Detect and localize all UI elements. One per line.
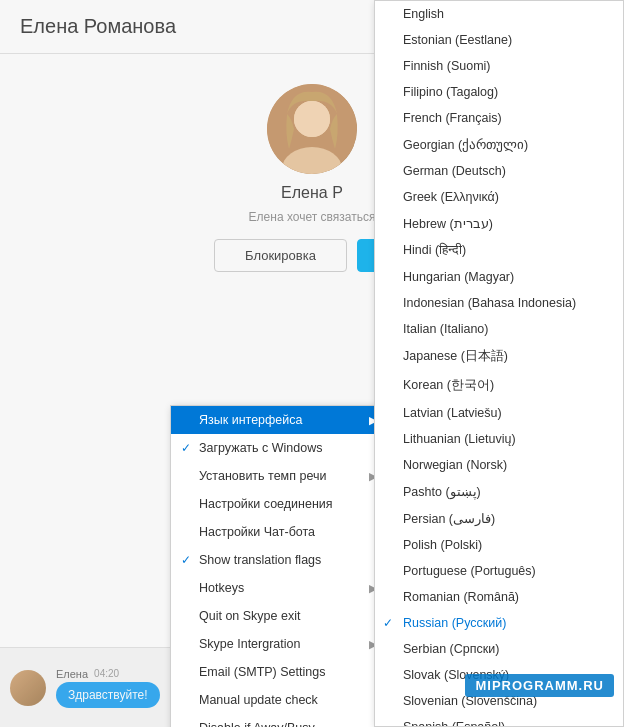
menu-item-speech-rate[interactable]: Установить темп речи▶ bbox=[171, 462, 389, 490]
language-dropdown[interactable]: EnglishEstonian (Eestlane)Finnish (Suomi… bbox=[374, 0, 624, 727]
lang-item-label: Russian (Русский) bbox=[403, 616, 506, 630]
lang-item-english[interactable]: English bbox=[375, 1, 623, 27]
lang-item-italian[interactable]: Italian (Italiano) bbox=[375, 316, 623, 342]
menu-item-disable-away[interactable]: Disable if Away/Busy bbox=[171, 714, 389, 727]
lang-item-lithuanian[interactable]: Lithuanian (Lietuvių) bbox=[375, 426, 623, 452]
lang-item-korean[interactable]: Korean (한국어) bbox=[375, 371, 623, 400]
lang-item-russian[interactable]: ✓Russian (Русский) bbox=[375, 610, 623, 636]
lang-item-label: Pashto (پښتو) bbox=[403, 484, 481, 499]
context-menu: Язык интерфейса▶✓Загружать с WindowsУста… bbox=[170, 405, 390, 727]
menu-item-hotkeys[interactable]: Hotkeys▶ bbox=[171, 574, 389, 602]
lang-item-label: Serbian (Српски) bbox=[403, 642, 499, 656]
menu-item-label: Язык интерфейса bbox=[199, 413, 302, 427]
lang-item-label: Hebrew (עברית) bbox=[403, 216, 493, 231]
menu-item-label: Show translation flags bbox=[199, 553, 321, 567]
menu-item-quit-on-skype[interactable]: Quit on Skype exit bbox=[171, 602, 389, 630]
lang-item-label: Georgian (ქართული) bbox=[403, 137, 528, 152]
menu-item-label: Disable if Away/Busy bbox=[199, 721, 315, 727]
menu-item-label: Настройки Чат-бота bbox=[199, 525, 315, 539]
lang-item-spanish[interactable]: Spanish (Español) bbox=[375, 714, 623, 727]
lang-item-label: Hungarian (Magyar) bbox=[403, 270, 514, 284]
lang-item-label: Japanese (日本語) bbox=[403, 348, 508, 365]
lang-item-label: Persian (فارسی) bbox=[403, 511, 495, 526]
menu-item-manual-update[interactable]: Manual update check bbox=[171, 686, 389, 714]
lang-item-label: Greek (Ελληνικά) bbox=[403, 190, 499, 204]
lang-item-hebrew[interactable]: Hebrew (עברית) bbox=[375, 210, 623, 237]
menu-item-label: Email (SMTP) Settings bbox=[199, 665, 325, 679]
lang-item-label: Norwegian (Norsk) bbox=[403, 458, 507, 472]
lang-item-greek[interactable]: Greek (Ελληνικά) bbox=[375, 184, 623, 210]
lang-item-label: Polish (Polski) bbox=[403, 538, 482, 552]
lang-check-icon: ✓ bbox=[383, 616, 393, 630]
menu-item-label: Загружать с Windows bbox=[199, 441, 322, 455]
lang-item-latvian[interactable]: Latvian (Latviešu) bbox=[375, 400, 623, 426]
lang-item-label: Finnish (Suomi) bbox=[403, 59, 491, 73]
lang-item-label: Hindi (हिन्दी) bbox=[403, 243, 466, 258]
lang-item-hindi[interactable]: Hindi (हिन्दी) bbox=[375, 237, 623, 264]
lang-item-polish[interactable]: Polish (Polski) bbox=[375, 532, 623, 558]
menu-item-start-with-windows[interactable]: ✓Загружать с Windows bbox=[171, 434, 389, 462]
lang-item-label: Latvian (Latviešu) bbox=[403, 406, 502, 420]
lang-item-persian[interactable]: Persian (فارسی) bbox=[375, 505, 623, 532]
lang-item-indonesian[interactable]: Indonesian (Bahasa Indonesia) bbox=[375, 290, 623, 316]
lang-item-label: Korean (한국어) bbox=[403, 377, 494, 394]
lang-item-label: Romanian (Română) bbox=[403, 590, 519, 604]
lang-item-romanian[interactable]: Romanian (Română) bbox=[375, 584, 623, 610]
lang-item-portuguese[interactable]: Portuguese (Português) bbox=[375, 558, 623, 584]
lang-item-norwegian[interactable]: Norwegian (Norsk) bbox=[375, 452, 623, 478]
lang-item-label: Filipino (Tagalog) bbox=[403, 85, 498, 99]
menu-item-show-translation-flags[interactable]: ✓Show translation flags bbox=[171, 546, 389, 574]
menu-item-label: Настройки соединения bbox=[199, 497, 333, 511]
menu-item-language-interface[interactable]: Язык интерфейса▶ bbox=[171, 406, 389, 434]
lang-item-estonian[interactable]: Estonian (Eestlane) bbox=[375, 27, 623, 53]
menu-item-connection-settings[interactable]: Настройки соединения bbox=[171, 490, 389, 518]
menu-item-label: Manual update check bbox=[199, 693, 318, 707]
lang-item-label: Spanish (Español) bbox=[403, 720, 505, 727]
menu-item-label: Quit on Skype exit bbox=[199, 609, 300, 623]
menu-item-chatbot-settings[interactable]: Настройки Чат-бота bbox=[171, 518, 389, 546]
lang-item-finnish[interactable]: Finnish (Suomi) bbox=[375, 53, 623, 79]
lang-item-georgian[interactable]: Georgian (ქართული) bbox=[375, 131, 623, 158]
lang-item-label: English bbox=[403, 7, 444, 21]
menu-item-email-settings[interactable]: Email (SMTP) Settings bbox=[171, 658, 389, 686]
lang-item-label: Italian (Italiano) bbox=[403, 322, 488, 336]
lang-item-filipino[interactable]: Filipino (Tagalog) bbox=[375, 79, 623, 105]
lang-item-serbian[interactable]: Serbian (Српски) bbox=[375, 636, 623, 662]
lang-item-label: Lithuanian (Lietuvių) bbox=[403, 432, 516, 446]
lang-item-pashto[interactable]: Pashto (پښتو) bbox=[375, 478, 623, 505]
watermark: MIPROGRAMM.RU bbox=[465, 674, 614, 697]
menu-item-label: Skype Intergration bbox=[199, 637, 300, 651]
menu-item-label: Hotkeys bbox=[199, 581, 244, 595]
menu-item-label: Установить темп речи bbox=[199, 469, 326, 483]
app-window: Елена Романова 👤+ Елена Р Елена хочет св… bbox=[0, 0, 624, 727]
lang-item-label: Estonian (Eestlane) bbox=[403, 33, 512, 47]
lang-item-japanese[interactable]: Japanese (日本語) bbox=[375, 342, 623, 371]
lang-item-label: Indonesian (Bahasa Indonesia) bbox=[403, 296, 576, 310]
menu-item-skype-integration[interactable]: Skype Intergration▶ bbox=[171, 630, 389, 658]
lang-item-label: German (Deutsch) bbox=[403, 164, 506, 178]
lang-item-hungarian[interactable]: Hungarian (Magyar) bbox=[375, 264, 623, 290]
lang-item-french[interactable]: French (Français) bbox=[375, 105, 623, 131]
lang-item-label: French (Français) bbox=[403, 111, 502, 125]
lang-item-german[interactable]: German (Deutsch) bbox=[375, 158, 623, 184]
lang-item-label: Portuguese (Português) bbox=[403, 564, 536, 578]
